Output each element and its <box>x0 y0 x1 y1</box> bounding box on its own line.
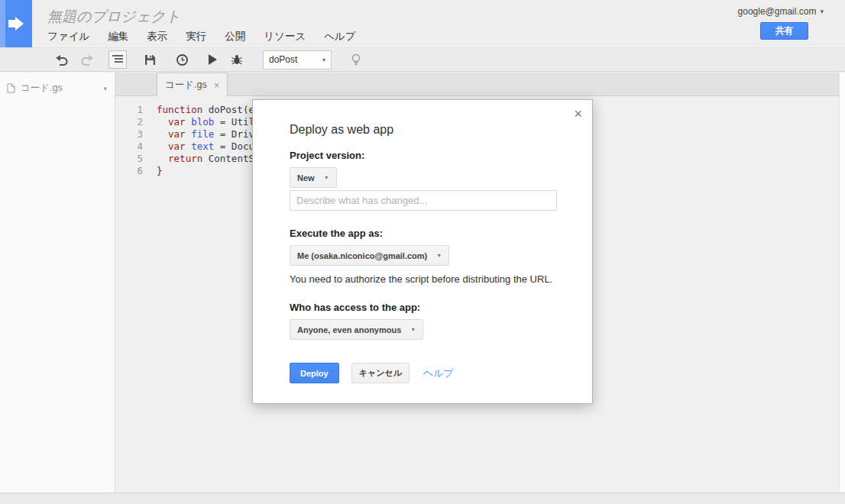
code-token: file <box>191 128 214 140</box>
account-email: google@gmail.com <box>738 6 817 17</box>
redo-icon <box>81 54 94 66</box>
code-token: blob <box>191 116 214 128</box>
access-select[interactable]: Anyone, even anonymous ▼ <box>290 319 423 340</box>
code-token <box>157 153 168 164</box>
code-token: = Driv <box>214 128 254 140</box>
caret-down-icon: ▼ <box>436 253 442 258</box>
code-token <box>157 128 168 140</box>
code-token: return <box>168 153 209 164</box>
code-token: function <box>157 104 209 115</box>
close-icon[interactable]: × <box>574 107 582 121</box>
version-select-value: New <box>297 173 315 183</box>
files-sidebar: コード.gs ▾ <box>0 73 115 493</box>
code-line: } <box>157 165 254 177</box>
toolbar: doPost ▾ <box>0 47 845 72</box>
caret-down-icon: ▼ <box>324 175 329 180</box>
function-select-value: doPost <box>269 54 297 65</box>
save-icon <box>144 54 156 66</box>
chevron-down-icon: ▾ <box>820 8 824 15</box>
menu-item-3[interactable]: 表示 <box>147 30 167 44</box>
code-token: var <box>168 141 191 152</box>
code-line: var text = Docu <box>157 141 254 153</box>
execute-as-value: Me (osaka.niconico@gmail.com) <box>297 251 427 260</box>
file-icon <box>7 83 15 93</box>
execute-as-label: Execute the app as: <box>290 228 557 239</box>
code-token <box>157 141 168 152</box>
authorize-note: You need to authorize the script before … <box>290 273 557 285</box>
version-select[interactable]: New ▼ <box>290 167 337 188</box>
redo-button[interactable] <box>78 50 96 69</box>
logo-stripe <box>0 0 5 47</box>
menu-item-5[interactable]: 公開 <box>225 30 245 44</box>
triggers-button[interactable] <box>173 50 191 69</box>
code-token: ContentS <box>209 153 254 164</box>
apps-script-logo[interactable] <box>0 0 32 47</box>
code-token <box>157 116 168 128</box>
line-number: 5 <box>115 153 143 165</box>
play-icon <box>209 54 217 65</box>
apps-script-editor: 無題のプロジェクト ファイル編集表示実行公開リソースヘルプ google@gma… <box>0 0 845 504</box>
menu-item-7[interactable]: ヘルプ <box>324 30 355 44</box>
run-button[interactable] <box>203 50 222 69</box>
dialog-title: Deploy as web app <box>290 123 557 137</box>
code-token: var <box>168 128 191 140</box>
indent-button[interactable] <box>108 50 127 69</box>
code-line: var file = Driv <box>157 128 254 141</box>
code-token: } <box>157 165 163 176</box>
account-menu[interactable]: google@gmail.com ▾ <box>738 6 824 17</box>
chevron-down-icon[interactable]: ▾ <box>103 85 107 92</box>
project-title[interactable]: 無題のプロジェクト <box>47 7 180 27</box>
close-icon[interactable]: × <box>214 79 220 91</box>
code-line: return ContentS <box>157 153 254 165</box>
code-editor[interactable]: function doPost(e var blob = Util var fi… <box>149 104 254 493</box>
status-bar <box>0 493 845 504</box>
menu-item-1[interactable]: ファイル <box>47 30 89 44</box>
code-token: var <box>168 116 191 128</box>
share-button[interactable]: 共有 <box>760 22 808 40</box>
line-number: 1 <box>115 104 143 116</box>
line-number: 2 <box>115 116 143 128</box>
lightbulb-icon <box>351 53 361 66</box>
function-select[interactable]: doPost ▾ <box>263 50 332 69</box>
line-number: 4 <box>115 141 143 153</box>
cancel-button[interactable]: キャンセル <box>351 363 410 383</box>
tab-bar: コード.gs × <box>115 73 845 96</box>
access-label: Who has access to the app: <box>290 302 557 313</box>
menu-bar: ファイル編集表示実行公開リソースヘルプ <box>47 30 374 44</box>
execute-as-select[interactable]: Me (osaka.niconico@gmail.com) ▼ <box>290 245 449 266</box>
scrollbar[interactable] <box>839 73 845 493</box>
undo-icon <box>55 54 68 66</box>
menu-item-4[interactable]: 実行 <box>186 30 206 44</box>
line-number: 6 <box>115 165 143 177</box>
debug-button[interactable] <box>228 50 246 69</box>
bug-icon <box>231 53 243 66</box>
undo-button[interactable] <box>52 50 70 69</box>
menu-item-2[interactable]: 編集 <box>108 30 128 44</box>
menu-item-6[interactable]: リソース <box>264 30 306 44</box>
deploy-button[interactable]: Deploy <box>290 363 339 383</box>
caret-down-icon: ▼ <box>410 327 416 332</box>
sidebar-file-item[interactable]: コード.gs ▾ <box>0 73 115 104</box>
save-button[interactable] <box>141 50 159 69</box>
project-version-label: Project version: <box>290 150 557 161</box>
suggestions-button[interactable] <box>347 50 365 69</box>
dialog-actions: Deploy キャンセル ヘルプ <box>290 363 557 383</box>
description-input[interactable] <box>290 190 557 211</box>
line-number: 3 <box>115 128 143 141</box>
caret-down-icon: ▾ <box>322 57 325 63</box>
file-name: コード.gs <box>21 82 63 95</box>
clock-icon <box>176 53 189 66</box>
deploy-dialog: × Deploy as web app Project version: New… <box>252 99 593 404</box>
code-line: function doPost(e <box>157 104 254 116</box>
code-line: var blob = Util <box>157 116 254 128</box>
code-token: doPost(e <box>209 104 254 115</box>
arrow-right-icon <box>8 17 24 31</box>
code-token: = Util <box>214 116 254 128</box>
code-token: = Docu <box>214 141 254 152</box>
access-select-value: Anyone, even anonymous <box>297 325 401 334</box>
indent-icon <box>112 55 123 64</box>
tab-code-gs[interactable]: コード.gs × <box>157 73 228 96</box>
help-link[interactable]: ヘルプ <box>423 367 454 380</box>
code-token: text <box>191 141 214 152</box>
header: 無題のプロジェクト ファイル編集表示実行公開リソースヘルプ google@gma… <box>0 0 845 47</box>
